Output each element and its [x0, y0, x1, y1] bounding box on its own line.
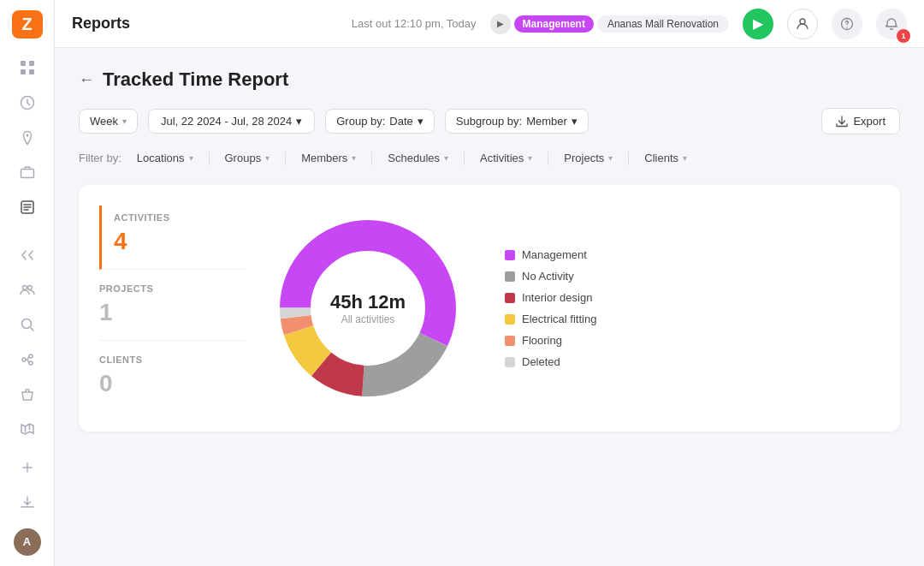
svg-point-14: [800, 19, 805, 24]
user-profile-button[interactable]: [787, 9, 818, 39]
svg-point-10: [21, 319, 31, 329]
sidebar-item-integrations[interactable]: [10, 344, 44, 376]
divider: [548, 152, 548, 165]
activities-filter[interactable]: Activities ▾: [473, 148, 539, 168]
date-range-selector[interactable]: Jul, 22 2024 - Jul, 28 2024 ▾: [148, 109, 315, 134]
groups-filter[interactable]: Groups ▾: [218, 148, 277, 168]
activities-filter-label: Activities: [480, 152, 524, 164]
legend-dot-management: [505, 250, 515, 260]
filterby-label: Filter by:: [79, 152, 121, 164]
filterby-row: Filter by: Locations ▾ Groups ▾ Members …: [79, 148, 900, 168]
controls-row: Week ▾ Jul, 22 2024 - Jul, 28 2024 ▾ Gro…: [79, 108, 900, 134]
legend-dot-interior-design: [505, 293, 515, 303]
legend-item-electrical-fitting: Electrical fitting: [505, 313, 596, 325]
sidebar-item-dashboard[interactable]: [10, 52, 44, 84]
week-chevron-icon: ▾: [122, 116, 127, 126]
legend-label-interior-design: Interior design: [522, 291, 592, 304]
groups-chevron-icon: ▾: [265, 153, 270, 163]
members-chevron-icon: ▾: [352, 153, 356, 163]
back-button[interactable]: ←: [79, 71, 94, 89]
last-out-info: Last out 12:10 pm, Today: [352, 17, 477, 30]
projects-filter-label: Projects: [564, 152, 604, 164]
notifications-area: 1: [876, 9, 907, 39]
svg-rect-0: [21, 61, 26, 66]
workspace-activity-badge: Management: [514, 15, 594, 33]
date-chevron-icon: ▾: [296, 115, 302, 128]
svg-rect-6: [21, 170, 33, 178]
chart-legend: Management No Activity Interior design E…: [505, 248, 596, 368]
topbar: Reports Last out 12:10 pm, Today ▶ Manag…: [55, 0, 924, 48]
subgroup-by-selector[interactable]: Subgroup by: Member ▾: [445, 109, 589, 134]
members-filter[interactable]: Members ▾: [294, 148, 363, 168]
sidebar-item-search-user[interactable]: [10, 309, 44, 341]
export-button[interactable]: Export: [821, 108, 900, 134]
activities-stat-label: ACTIVITIES: [114, 212, 245, 223]
main-content: Reports Last out 12:10 pm, Today ▶ Manag…: [55, 0, 924, 566]
legend-dot-flooring: [505, 336, 515, 346]
locations-filter-label: Locations: [137, 152, 185, 164]
sidebar-item-expand[interactable]: [10, 452, 44, 484]
sidebar-item-map[interactable]: [10, 414, 44, 445]
help-button[interactable]: [832, 9, 862, 39]
legend-dot-deleted: [505, 357, 515, 367]
sidebar-item-location[interactable]: [10, 122, 44, 153]
app-logo[interactable]: Z: [12, 10, 43, 39]
content-area: ← Tracked Time Report Week ▾ Jul, 22 202…: [55, 48, 924, 566]
legend-label-flooring: Flooring: [522, 334, 562, 347]
projects-filter[interactable]: Projects ▾: [557, 148, 619, 168]
page-header: ← Tracked Time Report: [79, 69, 900, 91]
svg-point-5: [26, 134, 28, 136]
members-filter-label: Members: [301, 152, 347, 164]
clients-stat-value: 0: [99, 370, 245, 397]
sidebar-item-download[interactable]: [10, 486, 44, 518]
schedules-filter-label: Schedules: [388, 152, 440, 164]
workspace-project-badge: Ananas Mall Renovation: [597, 15, 729, 33]
stats-chart-section: ACTIVITIES 4 PROJECTS 1 CLIENTS 0: [79, 185, 900, 432]
export-label: Export: [853, 115, 886, 128]
sidebar-item-briefcase[interactable]: [10, 157, 44, 188]
divider: [628, 152, 629, 165]
divider: [371, 152, 372, 165]
subgroup-by-value: Member: [526, 115, 567, 128]
donut-center: 45h 12m All activities: [330, 291, 406, 325]
groups-filter-label: Groups: [225, 152, 262, 164]
locations-filter[interactable]: Locations ▾: [130, 148, 200, 168]
activities-stat-card: ACTIVITIES 4: [99, 206, 245, 270]
subgroup-by-chevron-icon: ▾: [572, 115, 578, 128]
clients-chevron-icon: ▾: [683, 153, 687, 163]
locations-chevron-icon: ▾: [189, 153, 193, 163]
svg-rect-3: [29, 69, 34, 74]
group-by-selector[interactable]: Group by: Date ▾: [325, 109, 435, 134]
sidebar-item-team[interactable]: [10, 274, 44, 306]
schedules-chevron-icon: ▾: [444, 153, 448, 163]
clients-filter[interactable]: Clients ▾: [637, 148, 694, 168]
projects-stat-label: PROJECTS: [99, 283, 245, 294]
divider: [285, 152, 286, 165]
svg-point-8: [22, 286, 27, 290]
activities-stat-value: 4: [114, 228, 245, 255]
clients-stat-card: CLIENTS 0: [99, 341, 245, 411]
sidebar-item-reports[interactable]: [10, 192, 44, 223]
divider: [464, 152, 465, 165]
schedules-filter[interactable]: Schedules ▾: [381, 148, 455, 168]
sidebar: Z A: [0, 0, 55, 566]
sidebar-item-time[interactable]: [10, 87, 44, 119]
workspace-selector[interactable]: ▶ Management Ananas Mall Renovation: [490, 14, 729, 34]
sidebar-item-bag[interactable]: [10, 378, 44, 410]
week-label: Week: [90, 115, 118, 128]
start-timer-button[interactable]: ▶: [743, 9, 773, 39]
legend-label-deleted: Deleted: [522, 355, 560, 368]
subgroup-by-label: Subgroup by:: [456, 115, 522, 128]
avatar[interactable]: A: [14, 528, 41, 556]
svg-point-9: [27, 286, 32, 290]
sidebar-item-collapse[interactable]: [10, 239, 44, 271]
workspace-play-icon: ▶: [490, 14, 511, 34]
week-selector[interactable]: Week ▾: [79, 109, 138, 134]
stats-column: ACTIVITIES 4 PROJECTS 1 CLIENTS 0: [99, 206, 245, 411]
legend-item-deleted: Deleted: [505, 355, 596, 368]
legend-item-management: Management: [505, 248, 596, 261]
legend-label-management: Management: [522, 248, 587, 261]
clients-filter-label: Clients: [644, 152, 678, 164]
legend-label-electrical-fitting: Electrical fitting: [522, 313, 596, 325]
svg-point-16: [846, 27, 847, 27]
